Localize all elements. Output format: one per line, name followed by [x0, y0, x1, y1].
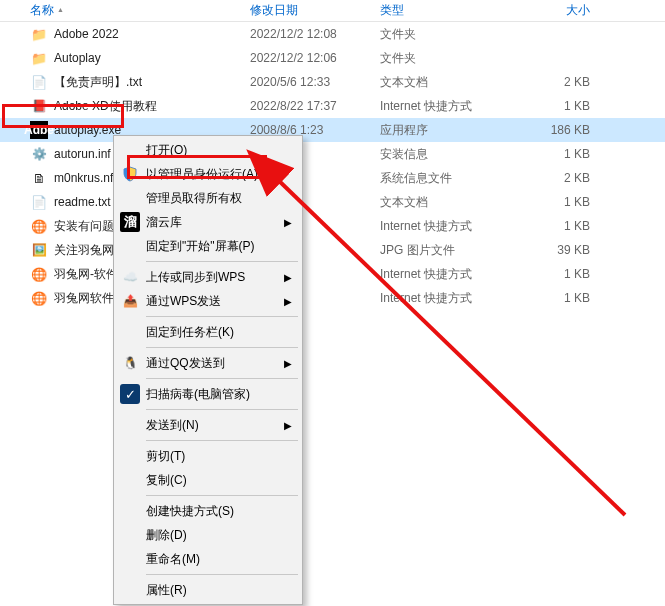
- menu-item[interactable]: 上传或同步到WPS▶: [116, 265, 300, 289]
- file-list-header[interactable]: 名称▲ 修改日期 类型 大小: [0, 0, 665, 22]
- submenu-arrow-icon: ▶: [284, 358, 300, 369]
- file-size: 1 KB: [530, 267, 610, 281]
- blank-icon: [120, 470, 140, 490]
- txt-icon: [30, 73, 48, 91]
- blank-icon: [120, 446, 140, 466]
- txt-icon: [30, 193, 48, 211]
- menu-item-label: 复制(C): [146, 472, 284, 489]
- header-name: 名称: [30, 3, 54, 17]
- header-date: 修改日期: [250, 2, 380, 19]
- blank-icon: [120, 415, 140, 435]
- menu-item[interactable]: 发送到(N)▶: [116, 413, 300, 437]
- menu-item[interactable]: 扫描病毒(电脑管家): [116, 382, 300, 406]
- menu-item[interactable]: 通过WPS发送▶: [116, 289, 300, 313]
- header-size: 大小: [530, 2, 610, 19]
- file-size: 1 KB: [530, 291, 610, 305]
- file-name: m0nkrus.nfo: [54, 171, 120, 185]
- file-row[interactable]: autoplay.exe2008/8/6 1:23应用程序186 KB: [0, 118, 665, 142]
- exe-icon: [30, 121, 48, 139]
- menu-item[interactable]: 固定到任务栏(K): [116, 320, 300, 344]
- file-name: 【免责声明】.txt: [54, 74, 142, 91]
- blank-icon: [120, 501, 140, 521]
- menu-item[interactable]: 属性(R): [116, 578, 300, 602]
- folder-icon: [30, 49, 48, 67]
- menu-item-label: 管理员取得所有权: [146, 190, 284, 207]
- menu-item[interactable]: 通过QQ发送到▶: [116, 351, 300, 375]
- file-name: Autoplay: [54, 51, 101, 65]
- file-name: readme.txt: [54, 195, 111, 209]
- file-type: 系统信息文件: [380, 170, 530, 187]
- menu-item[interactable]: 打开(O): [116, 138, 300, 162]
- menu-separator: [146, 316, 298, 317]
- menu-item-label: 扫描病毒(电脑管家): [146, 386, 284, 403]
- menu-separator: [146, 378, 298, 379]
- blank-icon: [120, 525, 140, 545]
- file-type: Internet 快捷方式: [380, 266, 530, 283]
- submenu-arrow-icon: ▶: [284, 217, 300, 228]
- shield-dark: [120, 384, 140, 404]
- menu-item[interactable]: 重命名(M): [116, 547, 300, 571]
- menu-separator: [146, 409, 298, 410]
- file-row[interactable]: autorun.inf5 13:08安装信息1 KB: [0, 142, 665, 166]
- menu-item-label: 打开(O): [146, 142, 284, 159]
- file-row[interactable]: 羽兔网-软件…15:48Internet 快捷方式1 KB: [0, 262, 665, 286]
- web-icon: [30, 265, 48, 283]
- blank-icon: [120, 549, 140, 569]
- sort-asc-icon: ▲: [57, 6, 64, 13]
- qq-icon: [120, 353, 140, 373]
- file-size: 186 KB: [530, 123, 610, 137]
- file-type: 文件夹: [380, 50, 530, 67]
- menu-item-label: 以管理员身份运行(A): [146, 166, 284, 183]
- menu-item[interactable]: 创建快捷方式(S): [116, 499, 300, 523]
- menu-item[interactable]: 溜溜云库▶: [116, 210, 300, 234]
- context-menu: 打开(O)以管理员身份运行(A)管理员取得所有权溜溜云库▶固定到"开始"屏幕(P…: [113, 135, 303, 605]
- file-row[interactable]: 【免责声明】.txt2020/5/6 12:33文本文档2 KB: [0, 70, 665, 94]
- file-type: 安装信息: [380, 146, 530, 163]
- file-size: 1 KB: [530, 195, 610, 209]
- file-row[interactable]: m0nkrus.nfo15:48系统信息文件2 KB: [0, 166, 665, 190]
- file-name: Adobe 2022: [54, 27, 119, 41]
- file-type: JPG 图片文件: [380, 242, 530, 259]
- menu-item-label: 固定到"开始"屏幕(P): [146, 238, 284, 255]
- submenu-arrow-icon: ▶: [284, 272, 300, 283]
- menu-item-label: 创建快捷方式(S): [146, 503, 284, 520]
- file-row[interactable]: 关注羽兔网免…16:08JPG 图片文件39 KB: [0, 238, 665, 262]
- file-name: autorun.inf: [54, 147, 111, 161]
- menu-separator: [146, 440, 298, 441]
- file-row[interactable]: Adobe XD使用教程2022/8/22 17:37Internet 快捷方式…: [0, 94, 665, 118]
- menu-item[interactable]: 管理员取得所有权: [116, 186, 300, 210]
- file-type: 文本文档: [380, 74, 530, 91]
- file-type: Internet 快捷方式: [380, 98, 530, 115]
- file-row[interactable]: Autoplay2022/12/2 12:06文件夹: [0, 46, 665, 70]
- pdf-icon: [30, 97, 48, 115]
- file-type: 文件夹: [380, 26, 530, 43]
- file-size: 1 KB: [530, 147, 610, 161]
- menu-item[interactable]: 复制(C): [116, 468, 300, 492]
- file-row[interactable]: 羽兔网软件下…15:46Internet 快捷方式1 KB: [0, 286, 665, 310]
- file-type: 文本文档: [380, 194, 530, 211]
- file-name: autoplay.exe: [54, 123, 121, 137]
- file-row[interactable]: readme.txt15:33文本文档1 KB: [0, 190, 665, 214]
- file-type: 应用程序: [380, 122, 530, 139]
- menu-item[interactable]: 剪切(T): [116, 444, 300, 468]
- file-row[interactable]: Adobe 20222022/12/2 12:08文件夹: [0, 22, 665, 46]
- menu-item[interactable]: 固定到"开始"屏幕(P): [116, 234, 300, 258]
- menu-item-label: 删除(D): [146, 527, 284, 544]
- menu-separator: [146, 495, 298, 496]
- menu-item-label: 属性(R): [146, 582, 284, 599]
- web-icon: [30, 217, 48, 235]
- menu-item-label: 上传或同步到WPS: [146, 269, 284, 286]
- file-size: 1 KB: [530, 99, 610, 113]
- menu-separator: [146, 574, 298, 575]
- menu-item-label: 通过WPS发送: [146, 293, 284, 310]
- submenu-arrow-icon: ▶: [284, 296, 300, 307]
- file-date: 2022/8/22 17:37: [250, 99, 380, 113]
- blank-icon: [120, 236, 140, 256]
- menu-separator: [146, 261, 298, 262]
- header-type: 类型: [380, 2, 530, 19]
- file-row[interactable]: 安装有问题-…9:48Internet 快捷方式1 KB: [0, 214, 665, 238]
- wps2-icon: [120, 291, 140, 311]
- menu-item[interactable]: 删除(D): [116, 523, 300, 547]
- file-date: 2020/5/6 12:33: [250, 75, 380, 89]
- menu-item[interactable]: 以管理员身份运行(A): [116, 162, 300, 186]
